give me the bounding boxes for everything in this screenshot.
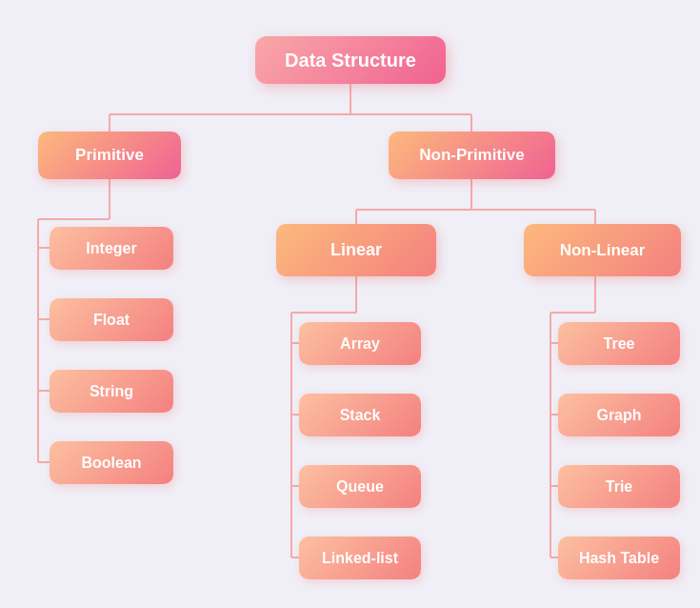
hashtable-node: Hash Table xyxy=(558,537,680,579)
root-node: Data Structure xyxy=(255,36,446,84)
primitive-node: Primitive xyxy=(38,132,181,179)
integer-node: Integer xyxy=(50,227,173,270)
data-structure-diagram: Data Structure Primitive Non-Primitive L… xyxy=(10,19,690,608)
graph-node: Graph xyxy=(558,394,680,436)
nonlinear-node: Non-Linear xyxy=(524,224,681,276)
array-node: Array xyxy=(299,322,421,365)
linkedlist-node: Linked-list xyxy=(299,537,421,579)
boolean-node: Boolean xyxy=(50,441,173,484)
linear-node: Linear xyxy=(276,224,436,276)
float-node: Float xyxy=(50,298,173,341)
nonprimitive-node: Non-Primitive xyxy=(389,132,555,179)
trie-node: Trie xyxy=(558,465,680,508)
stack-node: Stack xyxy=(299,394,421,436)
tree-node: Tree xyxy=(558,322,680,365)
string-node: String xyxy=(50,370,173,413)
queue-node: Queue xyxy=(299,465,421,508)
